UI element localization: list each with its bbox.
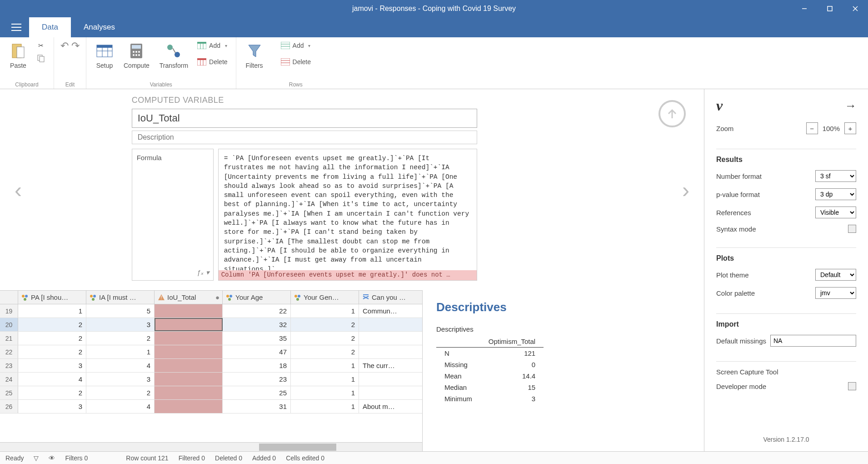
compute-button[interactable]: Compute [121, 40, 152, 71]
cell[interactable]: 2 [86, 386, 155, 399]
cell[interactable]: 4 [18, 373, 86, 386]
cell[interactable]: 1 [18, 304, 86, 318]
cell[interactable]: Commun… [359, 304, 427, 318]
cell[interactable]: 1 [86, 345, 155, 358]
color-palette-select[interactable]: jmv [815, 287, 856, 299]
close-button[interactable] [843, 0, 868, 17]
cell[interactable] [155, 359, 223, 372]
cell[interactable]: 18 [223, 359, 291, 372]
filter-icon[interactable]: ▽ [34, 454, 39, 462]
retain-button[interactable] [658, 100, 686, 127]
minimize-button[interactable] [792, 0, 817, 17]
variable-name-input[interactable] [132, 109, 477, 128]
cell[interactable] [155, 386, 223, 399]
cell[interactable]: 23 [223, 373, 291, 386]
cell[interactable] [155, 332, 223, 345]
cell[interactable]: The curr… [359, 359, 427, 372]
cell[interactable]: 2 [18, 318, 86, 331]
cell[interactable] [155, 400, 223, 413]
cell[interactable]: 2 [18, 332, 86, 345]
cell[interactable]: 3 [18, 400, 86, 413]
cell[interactable]: 1 [291, 386, 359, 399]
cell[interactable]: 1 [291, 400, 359, 413]
cell[interactable]: About m… [359, 400, 427, 413]
formula-label-box: Formula ƒₓ ▾ [132, 149, 214, 281]
redo-button[interactable]: ↷ [71, 40, 80, 52]
cell[interactable] [155, 304, 223, 318]
cell[interactable]: 35 [223, 332, 291, 345]
cell[interactable]: 1 [291, 359, 359, 372]
column-header[interactable]: IA [I must … [86, 291, 155, 304]
rows-delete-button[interactable]: Delete [279, 56, 313, 67]
svg-point-20 [138, 51, 140, 53]
setup-button[interactable]: Setup [93, 40, 116, 71]
cell[interactable]: 2 [291, 318, 359, 331]
transform-button[interactable]: Transform [157, 40, 191, 71]
copy-button[interactable] [35, 53, 47, 64]
cell[interactable]: 1 [291, 373, 359, 386]
column-header[interactable]: !IoU_Total● [155, 291, 223, 304]
cut-button[interactable]: ✂ [35, 40, 47, 51]
cell[interactable]: 1 [291, 304, 359, 318]
cell[interactable]: 4 [86, 400, 155, 413]
cell[interactable] [359, 332, 427, 345]
cell[interactable] [359, 386, 427, 399]
cell[interactable]: 2 [18, 386, 86, 399]
cell[interactable]: 4 [86, 359, 155, 372]
rows-add-button[interactable]: Add [279, 40, 313, 51]
filters-button[interactable]: Filters [243, 40, 266, 71]
cell[interactable] [155, 318, 223, 331]
plots-section-heading: Plots [716, 254, 856, 262]
references-select[interactable]: Visible [815, 207, 856, 218]
undo-button[interactable]: ↶ [60, 40, 69, 52]
computed-variable-editor: ‹ COMPUTED VARIABLE Formula ƒₓ ▾ = `PA [… [0, 89, 704, 290]
forward-arrow-button[interactable]: → [844, 99, 856, 113]
row-number: 19 [0, 304, 18, 318]
default-missings-input[interactable] [770, 335, 856, 347]
syntax-mode-checkbox[interactable] [848, 225, 856, 233]
cell[interactable]: 2 [291, 332, 359, 345]
variables-add-button[interactable]: Add [195, 40, 229, 51]
cell[interactable]: 22 [223, 304, 291, 318]
tab-analyses[interactable]: Analyses [71, 17, 128, 37]
cell[interactable]: 2 [86, 332, 155, 345]
column-header[interactable]: Can you … [359, 291, 427, 304]
cell[interactable]: 32 [223, 318, 291, 331]
screen-capture-button[interactable]: Screen Capture Tool [716, 368, 778, 376]
fx-dropdown-button[interactable]: ƒₓ ▾ [197, 268, 210, 277]
cell[interactable]: 47 [223, 345, 291, 358]
paste-button[interactable]: Paste [6, 40, 30, 71]
column-header[interactable]: Your Gen… [291, 291, 359, 304]
formula-textarea[interactable]: = `PA [Unforeseen events upset me greatl… [218, 149, 477, 281]
status-row-count: Row count 121 [126, 454, 168, 462]
maximize-button[interactable] [817, 0, 843, 17]
prev-variable-button[interactable]: ‹ [0, 89, 36, 290]
cell[interactable]: 5 [86, 304, 155, 318]
cell[interactable] [359, 345, 427, 358]
cell[interactable]: 25 [223, 386, 291, 399]
developer-mode-checkbox[interactable] [848, 382, 856, 390]
cell[interactable]: 3 [86, 318, 155, 331]
cell[interactable]: 31 [223, 400, 291, 413]
column-header[interactable]: Your Age [223, 291, 291, 304]
cell[interactable]: 3 [86, 373, 155, 386]
cell[interactable] [359, 318, 427, 331]
zoom-in-button[interactable]: + [844, 122, 856, 134]
pvalue-format-select[interactable]: 3 dp [815, 188, 856, 200]
cell[interactable] [155, 373, 223, 386]
number-format-select[interactable]: 3 sf [815, 170, 856, 182]
variables-delete-button[interactable]: Delete [195, 56, 229, 67]
cell[interactable]: 2 [18, 345, 86, 358]
svg-rect-10 [40, 56, 44, 62]
tab-data[interactable]: Data [29, 17, 71, 37]
menu-hamburger-icon[interactable] [4, 17, 29, 37]
cell[interactable]: 3 [18, 359, 86, 372]
column-header[interactable]: PA [I shou… [18, 291, 86, 304]
plot-theme-select[interactable]: Default [815, 269, 856, 281]
cell[interactable] [359, 373, 427, 386]
eye-icon[interactable]: 👁 [49, 454, 55, 462]
cell[interactable]: 2 [291, 345, 359, 358]
variable-description-input[interactable] [132, 131, 477, 144]
cell[interactable] [155, 345, 223, 358]
zoom-out-button[interactable]: − [806, 122, 818, 134]
